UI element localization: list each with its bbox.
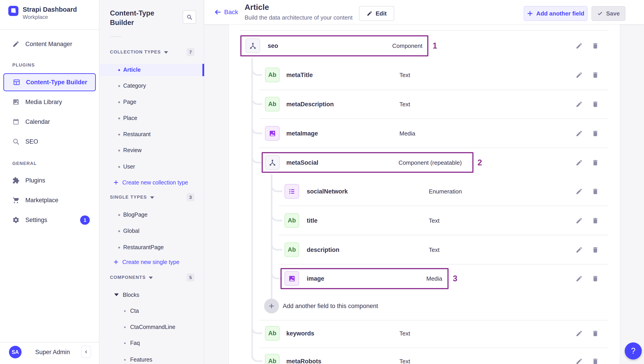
delete-field-button[interactable] <box>592 357 599 364</box>
tree-elbow <box>271 182 282 192</box>
delete-field-button[interactable] <box>592 275 599 282</box>
subnav-item-category[interactable]: Category <box>100 80 204 92</box>
edit-field-button[interactable] <box>575 130 583 137</box>
bullet-icon <box>118 247 120 249</box>
row-divider <box>279 235 608 235</box>
field-name: metaDescription <box>286 101 334 108</box>
strapi-logo[interactable] <box>8 6 18 16</box>
subnav-item-ctacommandline[interactable]: CtaCommandLine <box>100 321 204 333</box>
bullet-icon <box>118 117 120 119</box>
brand-title: Strapi Dashboard <box>23 6 77 13</box>
edit-field-button[interactable] <box>575 246 583 254</box>
help-button[interactable]: ? <box>625 342 642 359</box>
subnav-item-place[interactable]: Place <box>100 112 204 124</box>
delete-field-button[interactable] <box>592 71 599 79</box>
pencil-icon <box>576 217 583 224</box>
delete-field-button[interactable] <box>592 188 599 195</box>
help-label: ? <box>631 346 636 356</box>
subnav-title-divider <box>110 36 122 37</box>
sidebar-item-media-library[interactable]: Media Library <box>12 98 95 106</box>
pencil-icon <box>576 71 583 79</box>
subnav-item-page[interactable]: Page <box>100 96 204 108</box>
delete-field-button[interactable] <box>592 100 599 108</box>
subnav-item-review[interactable]: Review <box>100 144 204 157</box>
field-name: seo <box>268 43 278 49</box>
delete-field-button[interactable] <box>592 130 599 137</box>
collection-types-header[interactable]: COLLECTION TYPES <box>110 49 168 55</box>
brand-subtitle: Workplace <box>23 14 48 20</box>
save-button[interactable]: Save <box>592 6 626 21</box>
components-group-blocks[interactable]: Blocks <box>114 290 139 300</box>
search-icon <box>12 138 20 145</box>
subnav-item-cta[interactable]: Cta <box>100 305 204 317</box>
row-divider <box>260 148 608 148</box>
subnav-item-label: Cta <box>130 308 139 314</box>
edit-field-button[interactable] <box>575 275 583 282</box>
sidebar-item-label: SEO <box>25 138 38 145</box>
subnav-item-faq[interactable]: Faq <box>100 337 204 349</box>
avatar[interactable]: SA <box>9 346 22 358</box>
subnav-item-label: Place <box>123 115 137 121</box>
subnav-item-label: Faq <box>130 340 140 346</box>
subnav-item-features[interactable]: Features <box>100 354 204 364</box>
annotation-number-2: 2 <box>478 158 482 167</box>
subnav-item-restaurant[interactable]: Restaurant <box>100 128 204 141</box>
components-count: 5 <box>187 273 194 282</box>
tree-elbow <box>251 324 262 334</box>
delete-field-button[interactable] <box>592 246 599 254</box>
calendar-icon <box>12 118 20 125</box>
subnav-item-blogpage[interactable]: BlogPage <box>100 209 204 221</box>
subnav-item-restaurantpage[interactable]: RestaurantPage <box>100 242 204 254</box>
text-field-icon: Ab <box>284 242 299 257</box>
trash-icon <box>592 246 599 253</box>
back-label: Back <box>224 9 238 16</box>
collapse-sidebar-button[interactable] <box>81 346 91 358</box>
edit-field-button[interactable] <box>575 71 583 79</box>
field-type: Text <box>400 101 410 108</box>
pencil-icon <box>576 159 583 166</box>
trash-icon <box>592 71 599 79</box>
bullet-icon <box>118 69 120 71</box>
delete-field-button[interactable] <box>592 330 599 337</box>
add-another-field-button[interactable]: Add another field <box>524 6 588 21</box>
plus-icon <box>113 259 119 265</box>
subnav-search-button[interactable] <box>183 10 196 24</box>
single-types-header[interactable]: SINGLE TYPES <box>110 195 154 200</box>
edit-field-button[interactable] <box>575 42 583 50</box>
edit-field-button[interactable] <box>575 100 583 108</box>
subnav-item-article-active-bg[interactable]: Article <box>100 64 204 76</box>
delete-field-button[interactable] <box>592 42 599 50</box>
delete-field-button[interactable] <box>592 159 599 166</box>
sidebar-item-content-manager[interactable]: Content Manager <box>12 40 95 49</box>
edit-field-button[interactable] <box>575 357 583 364</box>
app-sidebar: Strapi Dashboard Workplace Content Manag… <box>0 0 100 364</box>
sidebar-item-content-type-builder[interactable]: Content-Type Builder <box>3 73 96 91</box>
trash-icon <box>592 217 599 224</box>
single-types-count: 3 <box>187 193 194 201</box>
arrow-left-icon <box>214 8 222 16</box>
sidebar-item-calendar[interactable]: Calendar <box>12 117 95 126</box>
subnav-item-global[interactable]: Global <box>100 225 204 237</box>
sidebar-item-plugins[interactable]: Plugins <box>12 176 95 185</box>
plus-icon <box>268 303 275 309</box>
delete-field-button[interactable] <box>592 217 599 225</box>
edit-field-button[interactable] <box>575 330 583 337</box>
edit-field-button[interactable] <box>575 159 583 166</box>
media-field-icon <box>288 275 296 282</box>
create-single-type-link[interactable]: Create new single type <box>113 258 179 266</box>
media-field-icon <box>284 271 299 286</box>
sidebar-item-seo[interactable]: SEO <box>12 137 95 146</box>
tree-elbow <box>251 95 262 105</box>
field-type: Text <box>400 72 410 79</box>
components-header[interactable]: COMPONENTS <box>110 275 153 280</box>
create-collection-type-link[interactable]: Create new collection type <box>113 178 188 187</box>
subnav-item-user[interactable]: User <box>100 161 204 173</box>
back-link[interactable]: Back <box>214 8 238 17</box>
edit-field-button[interactable] <box>575 188 583 195</box>
sidebar-item-label: Calendar <box>25 118 50 125</box>
field-type: Component <box>392 43 422 49</box>
sidebar-item-marketplace[interactable]: Marketplace <box>12 196 95 205</box>
edit-button[interactable]: Edit <box>359 6 394 21</box>
edit-field-button[interactable] <box>575 217 583 225</box>
subnav-item-label: Review <box>123 147 142 153</box>
